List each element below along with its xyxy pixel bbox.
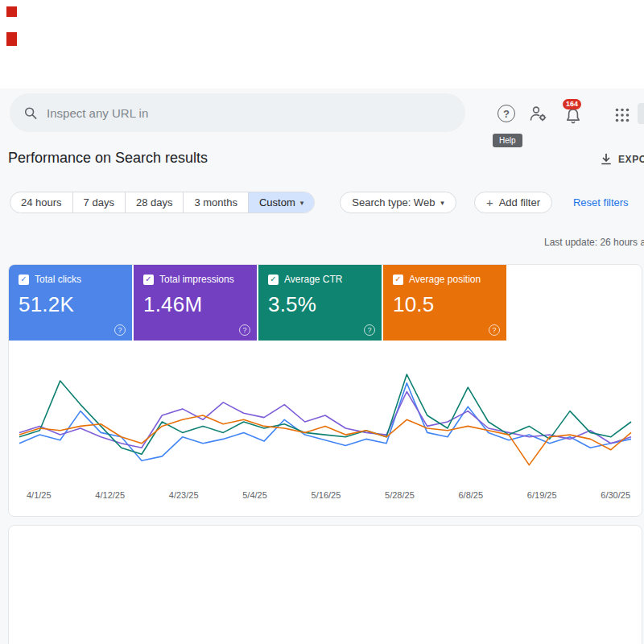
search-icon — [24, 106, 37, 120]
range-3-months[interactable]: 3 months — [184, 192, 248, 213]
x-axis-labels: 4/1/254/12/254/23/255/4/255/16/255/28/25… — [9, 485, 642, 500]
checkbox-checked-icon[interactable]: ✓ — [268, 275, 279, 285]
x-axis-label: 6/30/25 — [601, 490, 630, 500]
range-24-hours[interactable]: 24 hours — [10, 192, 73, 213]
notification-count-badge: 164 — [563, 99, 581, 109]
checkbox-checked-icon[interactable]: ✓ — [393, 275, 403, 285]
metric-label: Average CTR — [284, 274, 342, 285]
metric-tile-total-clicks[interactable]: ✓ Total clicks 51.2K ? — [9, 265, 132, 341]
metric-value: 3.5% — [268, 292, 372, 317]
avatar[interactable] — [638, 103, 644, 124]
notifications-bell[interactable]: 164 — [564, 106, 582, 126]
filter-bar: 24 hours 7 days 28 days 3 months Custom … — [10, 192, 644, 213]
x-axis-label: 5/16/25 — [312, 490, 341, 500]
performance-card: ✓ Total clicks 51.2K ? ✓ Total impressio… — [8, 264, 642, 517]
metric-tile-total-impressions[interactable]: ✓ Total impressions 1.46M ? — [134, 265, 257, 341]
apps-grid-icon[interactable] — [615, 108, 630, 122]
metric-tile-average-ctr[interactable]: ✓ Average CTR 3.5% ? — [258, 265, 382, 341]
metric-help-icon[interactable]: ? — [239, 324, 250, 336]
line-chart — [15, 360, 635, 482]
metric-value: 1.46M — [143, 292, 247, 317]
reset-filters-link[interactable]: Reset filters — [573, 196, 629, 208]
screen: ? 164 Help Performance on Search result — [0, 0, 644, 644]
metric-value: 10.5 — [393, 292, 497, 317]
results-table-card — [8, 525, 642, 644]
help-icon[interactable]: ? — [497, 105, 515, 122]
chart-line-clicks — [19, 383, 631, 460]
help-tooltip: Help — [493, 134, 522, 147]
x-axis-label: 6/19/25 — [527, 490, 557, 500]
metric-help-icon[interactable]: ? — [364, 324, 375, 336]
performance-chart[interactable] — [9, 341, 642, 485]
last-update-text: Last update: 26 hours ago — [544, 237, 644, 248]
range-7-days[interactable]: 7 days — [73, 192, 126, 213]
add-filter-label: Add filter — [499, 196, 540, 208]
add-filter-button[interactable]: + Add filter — [474, 192, 552, 213]
download-icon — [599, 152, 613, 167]
chevron-down-icon: ▾ — [300, 199, 304, 207]
page-title: Performance on Search results — [8, 150, 208, 167]
red-marker — [6, 6, 17, 17]
checkbox-checked-icon[interactable]: ✓ — [19, 275, 29, 285]
user-settings-icon[interactable] — [529, 105, 548, 124]
date-range-group: 24 hours 7 days 28 days 3 months Custom … — [10, 192, 315, 213]
checkbox-checked-icon[interactable]: ✓ — [143, 275, 154, 285]
metric-help-icon[interactable]: ? — [489, 324, 500, 336]
export-label: EXPORT — [618, 154, 644, 165]
metric-tile-average-position[interactable]: ✓ Average position 10.5 ? — [383, 265, 506, 341]
x-axis-label: 5/28/25 — [385, 490, 415, 500]
range-custom[interactable]: Custom ▾ — [249, 192, 314, 213]
chevron-down-icon: ▾ — [440, 199, 444, 207]
metric-help-icon[interactable]: ? — [114, 324, 126, 336]
search-input[interactable] — [47, 106, 451, 120]
x-axis-label: 5/4/25 — [242, 490, 267, 500]
search-type-label: Search type: Web — [352, 196, 435, 208]
plus-icon: + — [486, 197, 493, 208]
export-button[interactable]: EXPORT — [599, 152, 644, 167]
metric-label: Total impressions — [159, 274, 234, 285]
x-axis-label: 6/8/25 — [459, 490, 484, 500]
search-type-filter[interactable]: Search type: Web ▾ — [340, 192, 456, 213]
url-inspect-search-bar[interactable] — [10, 93, 465, 132]
range-28-days[interactable]: 28 days — [126, 192, 184, 213]
red-marker — [6, 32, 17, 46]
range-custom-label: Custom — [259, 196, 295, 208]
metric-label: Average position — [409, 274, 481, 285]
metric-label: Total clicks — [35, 274, 81, 285]
x-axis-label: 4/23/25 — [169, 490, 199, 500]
metric-value: 51.2K — [19, 292, 122, 317]
chart-line-ctr — [19, 374, 631, 454]
metric-tiles: ✓ Total clicks 51.2K ? ✓ Total impressio… — [9, 265, 642, 341]
search-console-app: ? 164 Help Performance on Search result — [0, 89, 644, 644]
x-axis-label: 4/1/25 — [27, 490, 52, 500]
x-axis-label: 4/12/25 — [95, 490, 125, 500]
